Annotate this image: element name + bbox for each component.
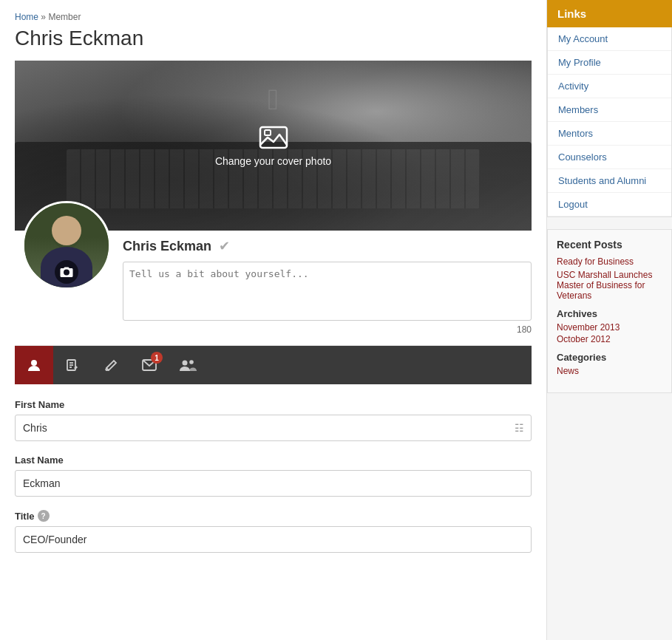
cover-apple-logo:  xyxy=(268,83,279,116)
image-icon xyxy=(259,124,288,151)
input-indicator-icon: ☷ xyxy=(515,422,524,434)
bio-textarea[interactable] xyxy=(123,262,532,321)
last-name-input[interactable] xyxy=(15,470,532,497)
pencil-icon xyxy=(104,358,118,372)
group-icon xyxy=(179,358,197,372)
profile-name-row: Chris Eckman ✔ xyxy=(123,238,532,254)
sidebar-item-students-alumni[interactable]: Students and Alumni xyxy=(548,169,671,193)
categories-section: Categories News xyxy=(557,352,662,376)
profile-info: Chris Eckman ✔ 180 xyxy=(123,238,532,335)
avatar-camera-button[interactable] xyxy=(55,260,78,284)
profile-name: Chris Eckman xyxy=(123,239,211,254)
toolbar-btn-user[interactable] xyxy=(15,346,53,384)
message-badge: 1 xyxy=(151,352,163,364)
sidebar-links-list: My Account My Profile Activity Members M… xyxy=(547,27,672,217)
camera-icon xyxy=(60,266,73,278)
sidebar-item-mentors[interactable]: Mentors xyxy=(548,122,671,146)
sidebar-item-activity[interactable]: Activity xyxy=(548,75,671,98)
sidebar: Links My Account My Profile Activity Mem… xyxy=(546,0,672,640)
breadcrumb-current: Member xyxy=(48,12,81,22)
cover-photo-label: Change your cover photo xyxy=(215,155,331,167)
breadcrumb: Home » Member xyxy=(15,12,532,22)
sidebar-archive-oct-2012[interactable]: October 2012 xyxy=(557,334,662,344)
recent-posts-section: Recent Posts Ready for Business USC Mars… xyxy=(557,239,662,301)
toolbar-btn-messages[interactable]: 1 xyxy=(130,346,169,384)
title-label: Title ? xyxy=(15,510,532,522)
cover-photo-change-btn[interactable]: Change your cover photo xyxy=(215,124,331,167)
first-name-label: First Name xyxy=(15,399,532,410)
verified-checkmark: ✔ xyxy=(219,238,230,254)
recent-posts-title: Recent Posts xyxy=(557,239,662,251)
sidebar-item-account[interactable]: My Account xyxy=(548,27,671,51)
sidebar-item-counselors[interactable]: Counselors xyxy=(548,146,671,169)
edit-icon xyxy=(66,358,79,372)
first-name-input-wrapper: ☷ xyxy=(15,415,532,441)
svg-point-10 xyxy=(183,361,188,366)
toolbar-btn-write[interactable] xyxy=(92,346,130,384)
sidebar-post-usc-marshall[interactable]: USC Marshall Launches Master of Business… xyxy=(557,270,662,301)
svg-point-2 xyxy=(31,360,37,366)
first-name-group: First Name ☷ xyxy=(15,399,532,441)
archives-section: Archives November 2013 October 2012 xyxy=(557,308,662,344)
svg-point-11 xyxy=(189,360,194,364)
sidebar-widget-recent-posts: Recent Posts Ready for Business USC Mars… xyxy=(547,229,672,393)
sidebar-item-profile[interactable]: My Profile xyxy=(548,51,671,75)
categories-title: Categories xyxy=(557,352,662,363)
user-icon xyxy=(27,358,41,372)
char-count: 180 xyxy=(123,324,532,335)
title-group: Title ? xyxy=(15,510,532,553)
last-name-label: Last Name xyxy=(15,455,532,466)
first-name-input[interactable] xyxy=(15,415,532,441)
page-title: Chris Eckman xyxy=(15,27,532,50)
toolbar-btn-edit[interactable] xyxy=(53,346,92,384)
avatar-wrapper xyxy=(22,201,111,290)
sidebar-post-ready-for-business[interactable]: Ready for Business xyxy=(557,256,662,267)
last-name-group: Last Name xyxy=(15,455,532,497)
breadcrumb-home[interactable]: Home xyxy=(15,12,38,22)
sidebar-item-logout[interactable]: Logout xyxy=(548,193,671,217)
sidebar-links-header: Links xyxy=(547,0,672,27)
title-input[interactable] xyxy=(15,526,532,553)
svg-rect-1 xyxy=(265,130,271,135)
archives-title: Archives xyxy=(557,308,662,319)
sidebar-archive-nov-2013[interactable]: November 2013 xyxy=(557,322,662,333)
sidebar-category-news[interactable]: News xyxy=(557,366,662,376)
profile-section: Chris Eckman ✔ 180 xyxy=(15,231,532,346)
sidebar-item-members[interactable]: Members xyxy=(548,98,671,122)
profile-toolbar: 1 xyxy=(15,346,532,384)
title-help-icon[interactable]: ? xyxy=(38,510,50,522)
toolbar-btn-friends[interactable] xyxy=(169,346,207,384)
